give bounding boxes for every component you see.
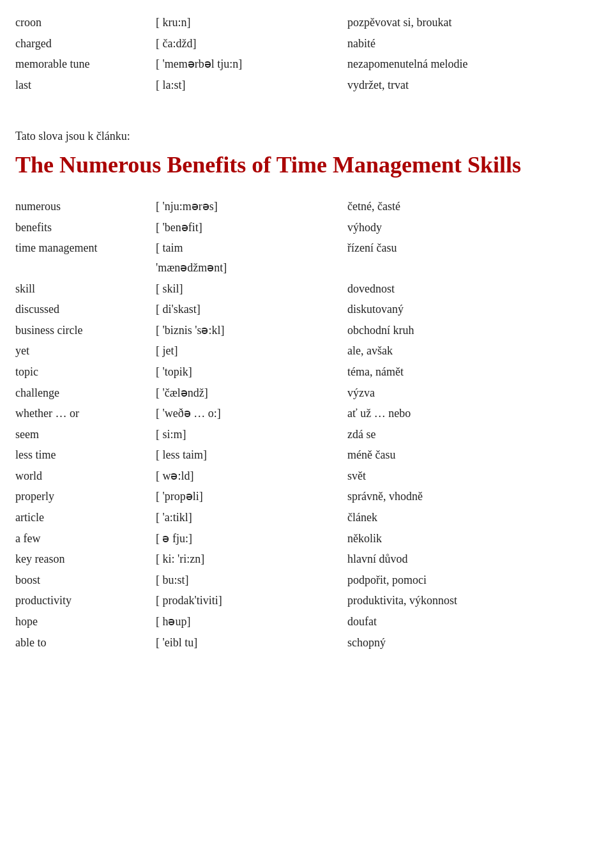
vocab-phonetic: [ wə:ld] — [156, 466, 347, 486]
vocab-word: article — [15, 508, 156, 528]
article-title: The Numerous Benefits of Time Management… — [15, 151, 598, 179]
vocab-list: numerous [ 'nju:mərəs] četné, časté bene… — [15, 197, 598, 652]
vocab-phonetic: [ 'propəli] — [156, 487, 347, 506]
vocab-row: boost [ bu:st] podpořit, pomoci — [15, 570, 598, 590]
vocab-word: less time — [15, 445, 156, 465]
vocab-row: seem [ si:m] zdá se — [15, 425, 598, 445]
top-vocab-row: last [ la:st] vydržet, trvat — [15, 75, 598, 95]
vocab-translation: téma, námět — [347, 362, 598, 382]
vocab-phonetic: [ si:m] — [156, 425, 347, 445]
vocab-translation: výzva — [347, 383, 598, 403]
vocab-phonetic: [ 'biznis 'sə:kl] — [156, 321, 347, 340]
vocab-row: topic [ 'topik] téma, námět — [15, 362, 598, 382]
vocab-phonetic: [ 'topik] — [156, 362, 347, 382]
vocab-translation: obchodní kruh — [347, 321, 598, 340]
vocab-phonetic: [ ə fju:] — [156, 529, 347, 549]
vocab-translation: hlavní důvod — [347, 549, 598, 569]
vocab-phonetic: [ 'weðə … o:] — [156, 404, 347, 423]
top-vocab-row: croon [ kru:n] pozpěvovat si, broukat — [15, 13, 598, 33]
vocab-word: memorable tune — [15, 54, 156, 74]
vocab-phonetic: [ prodak'tiviti] — [156, 591, 347, 611]
vocab-phonetic: [ ki: 'ri:zn] — [156, 549, 347, 569]
vocab-row: time management [ taim'mænədžmənt] řízen… — [15, 238, 598, 277]
top-vocab-row: charged [ ča:džd] nabité — [15, 34, 598, 54]
top-vocab-section: croon [ kru:n] pozpěvovat si, broukat ch… — [15, 13, 598, 95]
vocab-phonetic: [ 'memərbəl tju:n] — [156, 54, 347, 74]
vocab-phonetic: [ taim'mænədžmənt] — [156, 238, 347, 277]
vocab-phonetic: [ kru:n] — [156, 13, 347, 33]
vocab-phonetic: [ 'nju:mərəs] — [156, 197, 347, 217]
vocab-phonetic: [ la:st] — [156, 75, 347, 95]
vocab-word: world — [15, 466, 156, 486]
vocab-word: discussed — [15, 300, 156, 319]
vocab-translation: ať už … nebo — [347, 404, 598, 423]
vocab-row: challenge [ 'čæləndž] výzva — [15, 383, 598, 403]
vocab-translation: nezapomenutelná melodie — [347, 54, 598, 74]
vocab-translation: doufat — [347, 612, 598, 632]
vocab-phonetic: [ skil] — [156, 279, 347, 299]
vocab-phonetic: [ 'čæləndž] — [156, 383, 347, 403]
vocab-row: numerous [ 'nju:mərəs] četné, časté — [15, 197, 598, 217]
vocab-row: yet [ jet] ale, avšak — [15, 341, 598, 361]
vocab-phonetic: [ 'eibl tu] — [156, 633, 347, 653]
vocab-translation: četné, časté — [347, 197, 598, 217]
vocab-word: able to — [15, 633, 156, 653]
vocab-translation: správně, vhodně — [347, 487, 598, 506]
vocab-word: properly — [15, 487, 156, 506]
vocab-row: key reason [ ki: 'ri:zn] hlavní důvod — [15, 549, 598, 569]
vocab-row: productivity [ prodak'tiviti] produktivi… — [15, 591, 598, 611]
vocab-word: a few — [15, 529, 156, 549]
vocab-translation: schopný — [347, 633, 598, 653]
vocab-phonetic: [ di'skast] — [156, 300, 347, 319]
vocab-row: article [ 'a:tikl] článek — [15, 508, 598, 528]
vocab-word: charged — [15, 34, 156, 54]
vocab-word: key reason — [15, 549, 156, 569]
vocab-translation: svět — [347, 466, 598, 486]
vocab-translation: dovednost — [347, 279, 598, 299]
vocab-row: world [ wə:ld] svět — [15, 466, 598, 486]
vocab-translation: článek — [347, 508, 598, 528]
vocab-row: a few [ ə fju:] několik — [15, 529, 598, 549]
vocab-word: challenge — [15, 383, 156, 403]
vocab-row: hope [ həup] doufat — [15, 612, 598, 632]
vocab-word: business circle — [15, 321, 156, 340]
vocab-phonetic: [ 'benəfit] — [156, 218, 347, 238]
vocab-translation: výhody — [347, 218, 598, 238]
vocab-word: hope — [15, 612, 156, 632]
vocab-phonetic: [ 'a:tikl] — [156, 508, 347, 528]
vocab-row: business circle [ 'biznis 'sə:kl] obchod… — [15, 321, 598, 340]
top-vocab-row: memorable tune [ 'memərbəl tju:n] nezapo… — [15, 54, 598, 74]
vocab-row: skill [ skil] dovednost — [15, 279, 598, 299]
vocab-translation: diskutovaný — [347, 300, 598, 319]
vocab-word: whether … or — [15, 404, 156, 423]
section-label: Tato slova jsou k článku: — [15, 126, 598, 146]
vocab-word: numerous — [15, 197, 156, 217]
vocab-phonetic: [ less taim] — [156, 445, 347, 465]
vocab-word: benefits — [15, 218, 156, 238]
vocab-translation: méně času — [347, 445, 598, 465]
vocab-translation: produktivita, výkonnost — [347, 591, 598, 611]
vocab-row: properly [ 'propəli] správně, vhodně — [15, 487, 598, 506]
vocab-row: whether … or [ 'weðə … o:] ať už … nebo — [15, 404, 598, 423]
vocab-word: yet — [15, 341, 156, 361]
vocab-phonetic: [ ča:džd] — [156, 34, 347, 54]
vocab-phonetic: [ jet] — [156, 341, 347, 361]
vocab-row: less time [ less taim] méně času — [15, 445, 598, 465]
vocab-translation: zdá se — [347, 425, 598, 445]
vocab-word: topic — [15, 362, 156, 382]
vocab-translation: vydržet, trvat — [347, 75, 598, 95]
vocab-word: last — [15, 75, 156, 95]
vocab-translation: podpořit, pomoci — [347, 570, 598, 590]
vocab-translation: ale, avšak — [347, 341, 598, 361]
vocab-phonetic: [ bu:st] — [156, 570, 347, 590]
vocab-translation: několik — [347, 529, 598, 549]
vocab-row: benefits [ 'benəfit] výhody — [15, 218, 598, 238]
vocab-word: time management — [15, 238, 156, 277]
vocab-word: productivity — [15, 591, 156, 611]
vocab-word: croon — [15, 13, 156, 33]
vocab-phonetic: [ həup] — [156, 612, 347, 632]
vocab-translation: pozpěvovat si, broukat — [347, 13, 598, 33]
vocab-translation: řízení času — [347, 238, 598, 277]
vocab-row: able to [ 'eibl tu] schopný — [15, 633, 598, 653]
vocab-word: skill — [15, 279, 156, 299]
